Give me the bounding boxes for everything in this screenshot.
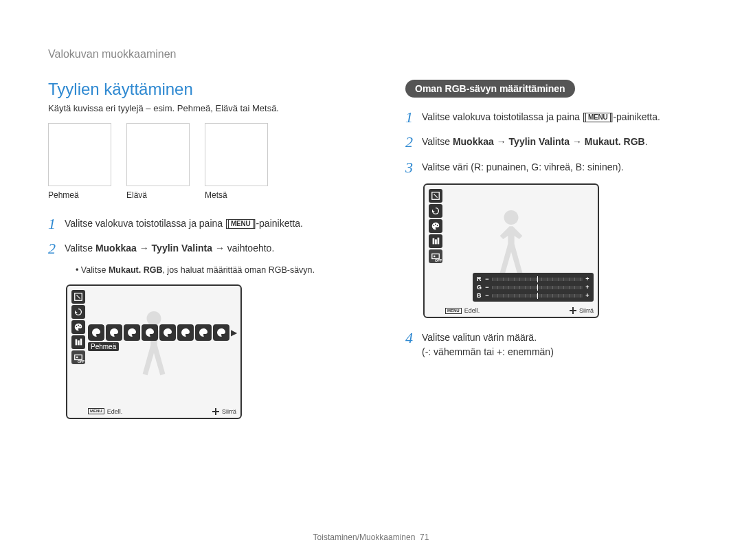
footer-back-label: Edell. <box>107 408 123 415</box>
step-body: Valitse valokuva toistotilassa ja paina … <box>65 215 303 231</box>
channel-label: G <box>477 284 482 291</box>
camera-toolbar: OFF <box>429 189 442 263</box>
svg-point-2 <box>78 324 79 326</box>
section-label: Valokuvan muokkaaminen <box>48 48 694 60</box>
style-thumbnail-labels: Pehmeä Elävä Metsä <box>48 190 364 200</box>
footer-back-label: Edell. <box>464 307 480 314</box>
style-strip: ▶ <box>88 324 237 341</box>
text: ]-painiketta. <box>611 111 660 122</box>
step-number: 1 <box>48 215 65 233</box>
sub-heading-pill: Oman RGB-sävyn määrittäminen <box>405 80 575 98</box>
text: Tyylin Valinta <box>509 136 570 147</box>
arrow-icon: → <box>212 243 227 254</box>
step-number: 1 <box>405 109 422 126</box>
svg-point-11 <box>435 224 436 225</box>
palette-icon <box>429 219 442 233</box>
text: ]-painiketta. <box>254 218 303 229</box>
svg-rect-15 <box>438 238 440 245</box>
slider-bar <box>492 286 583 289</box>
text: , jos haluat määrittää oman RGB-sävyn. <box>162 265 315 275</box>
effect-off-icon: OFF <box>71 350 85 364</box>
svg-point-3 <box>80 326 81 327</box>
arrow-icon: → <box>494 136 509 147</box>
step-body: Valitse valitun värin määrä. (-: vähemmä… <box>422 329 554 359</box>
palette-icon <box>71 320 85 334</box>
camera-footer: MENUEdell. Siirrä <box>445 307 594 314</box>
right-step-4: 4 Valitse valitun värin määrä. (-: vähem… <box>405 329 708 359</box>
dpad-icon <box>570 307 576 314</box>
step-body: Valitse valokuva toistotilassa ja paina … <box>422 109 660 124</box>
svg-rect-5 <box>78 340 80 345</box>
right-step-2: 2 Valitse Muokkaa → Tyylin Valinta → Muk… <box>405 133 708 151</box>
menu-chip-icon: MENU <box>585 113 611 122</box>
text: Muokkaa <box>95 243 137 254</box>
adjust-icon <box>71 335 85 349</box>
rgb-row-r: R − + <box>477 276 589 282</box>
rgb-row-g: G − + <box>477 284 589 291</box>
plus-icon: + <box>585 284 589 291</box>
footer-move-label: Siirrä <box>222 408 236 415</box>
step-body: Valitse Muokkaa → Tyylin Valinta → vaiht… <box>65 240 274 256</box>
text: Valitse valokuva toistotilassa ja paina … <box>65 218 228 229</box>
slider-tick-icon <box>537 293 538 299</box>
rgb-row-b: B − + <box>477 292 589 299</box>
channel-label: B <box>477 292 482 299</box>
step-number: 4 <box>405 329 422 347</box>
style-option-icon <box>159 324 176 341</box>
slider-bar <box>492 294 583 298</box>
thumb-pehmea <box>48 123 111 186</box>
bullet-note: Valitse Mukaut. RGB, jos haluat määrittä… <box>76 265 364 275</box>
text: . <box>645 136 648 147</box>
text: Mukaut. RGB <box>109 265 162 275</box>
text: Mukaut. RGB <box>585 136 645 147</box>
svg-point-1 <box>76 326 78 327</box>
text: Valitse valitun värin määrä. <box>422 331 554 345</box>
more-right-icon: ▶ <box>231 328 237 337</box>
svg-rect-6 <box>80 339 82 346</box>
svg-point-12 <box>437 225 438 226</box>
thumb-metsa <box>205 123 268 186</box>
left-step-1: 1 Valitse valokuva toistotilassa ja pain… <box>48 215 364 233</box>
text: Valitse <box>81 265 109 275</box>
camera-ui-rgb-adjust: OFF R − + G − + <box>423 183 599 318</box>
text: Muokkaa <box>453 136 494 147</box>
dpad-icon <box>212 408 219 415</box>
svg-rect-4 <box>76 339 78 345</box>
menu-chip-icon: MENU <box>88 408 104 414</box>
right-step-3: 3 Valitse väri (R: punainen, G: vihreä, … <box>405 159 708 177</box>
left-step-2: 2 Valitse Muokkaa → Tyylin Valinta → vai… <box>48 240 364 258</box>
page-title: Tyylien käyttäminen <box>48 80 364 99</box>
manual-page: Valokuvan muokkaaminen Tyylien käyttämin… <box>0 0 742 440</box>
camera-toolbar: OFF <box>71 290 85 364</box>
effect-off-icon: OFF <box>429 249 442 263</box>
style-nor-icon <box>88 324 104 341</box>
selected-style-label: Pehmeä <box>88 342 119 351</box>
footer-move-label: Siirrä <box>579 307 594 314</box>
thumb-label-elava: Elävä <box>126 190 190 200</box>
thumb-label-metsa: Metsä <box>205 190 268 200</box>
footer-section: Toistaminen/Muokkaaminen <box>313 533 416 542</box>
rotate-icon <box>429 204 442 218</box>
rotate-icon <box>71 305 85 319</box>
svg-point-17 <box>434 256 436 258</box>
resize-icon <box>429 189 442 203</box>
slider-tick-icon <box>537 276 538 282</box>
camera-footer: MENUEdell. Siirrä <box>88 408 236 415</box>
step-number: 2 <box>48 240 65 258</box>
resize-icon <box>71 290 85 304</box>
text: vaihtoehto. <box>227 243 275 254</box>
text: (-: vähemmän tai +: enemmän) <box>422 345 554 359</box>
style-option-icon <box>142 324 158 341</box>
text: Tyylin Valinta <box>152 243 212 254</box>
slider-tick-icon <box>537 284 538 291</box>
style-option-icon <box>213 324 229 341</box>
minus-icon: − <box>485 292 489 299</box>
page-number: 71 <box>420 533 429 542</box>
thumb-elava <box>126 123 190 186</box>
style-thumbnails <box>48 123 364 186</box>
step-body: Valitse väri (R: punainen, G: vihreä, B:… <box>422 159 624 175</box>
svg-rect-13 <box>433 238 435 245</box>
minus-icon: − <box>485 284 489 291</box>
person-silhouette-icon <box>130 304 178 389</box>
svg-point-10 <box>434 225 435 226</box>
